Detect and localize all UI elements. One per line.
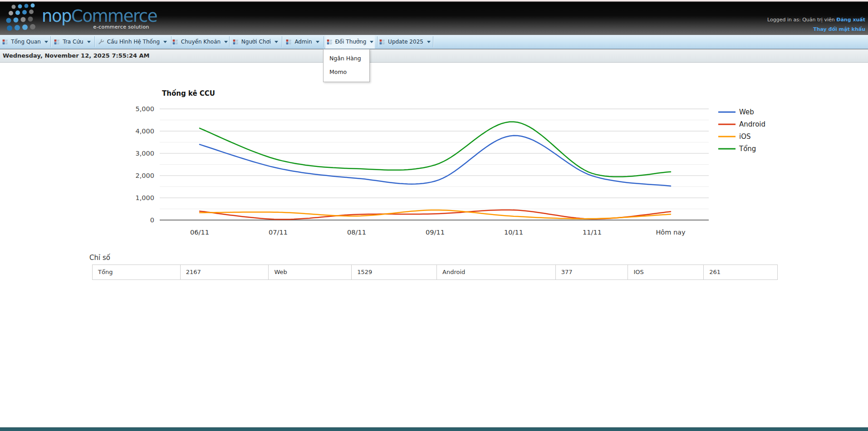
doi-thuong-dropdown: Ngân HàngMomo <box>323 49 370 82</box>
menu-separator <box>282 36 282 47</box>
chevron-down-icon <box>44 41 48 43</box>
menu-item-label: Người Chơi <box>241 39 271 45</box>
list-icon <box>233 39 239 45</box>
chevron-down-icon <box>224 41 228 43</box>
chevron-down-icon <box>316 41 319 43</box>
main-menu-bar: Tổng QuanTra CứuCấu Hình Hệ ThốngChuyển … <box>0 35 868 49</box>
logo-tagline: e-commerce solution <box>42 24 149 30</box>
x-axis-tick-label: 06/11 <box>190 229 209 236</box>
menu-item-update-2025[interactable]: Update 2025 <box>379 35 431 49</box>
menu-item-label: Tổng Quan <box>11 39 41 45</box>
logo-nop: nop <box>42 6 71 26</box>
menu-item-chuyển-khoản[interactable]: Chuyển Khoản <box>173 35 227 49</box>
logo-wordmark: nopCommerce <box>42 6 157 26</box>
chevron-down-icon <box>275 41 278 43</box>
menu-separator <box>377 36 378 47</box>
login-block: Logged in as: Quản trị viên Đăng xuất Th… <box>767 16 865 33</box>
menu-separator <box>324 36 324 47</box>
menu-item-người-chơi[interactable]: Người Chơi <box>231 35 280 49</box>
series-line-tổng <box>200 122 671 176</box>
menu-item-label: Đổi Thưởng <box>335 39 367 45</box>
stats-cell: IOS <box>628 265 704 279</box>
change-password-line: Thay đổi mật khẩu <box>767 26 865 33</box>
legend-label: iOS <box>739 132 751 141</box>
current-datetime: Wednesday, November 12, 2025 7:55:24 AM <box>0 49 868 59</box>
y-axis-tick-label: 1,000 <box>135 194 154 201</box>
menu-item-cấu-hình-hệ-thống[interactable]: Cấu Hình Hệ Thống <box>96 35 169 49</box>
stats-cell: 377 <box>556 265 628 279</box>
x-axis-tick-label: 09/11 <box>426 229 445 236</box>
menu-separator <box>171 36 172 47</box>
stats-cell: 261 <box>704 265 777 279</box>
x-axis-tick-label: 11/11 <box>583 229 602 236</box>
menu-item-label: Chuyển Khoản <box>181 39 221 45</box>
menu-item-label: Update 2025 <box>388 39 423 45</box>
menu-item-label: Tra Cứu <box>63 39 83 45</box>
list-icon <box>379 39 385 45</box>
y-axis-tick-label: 5,000 <box>135 105 154 113</box>
wrench-icon <box>98 39 104 45</box>
top-header: nopCommerce e-commerce solution Logged i… <box>0 0 868 35</box>
menu-item-admin[interactable]: Admin <box>284 35 321 49</box>
y-axis-tick-label: 3,000 <box>135 150 154 157</box>
stats-cell: Web <box>269 265 352 279</box>
menu-separator <box>94 36 95 47</box>
legend-label: Web <box>739 108 754 116</box>
dropdown-item-ngân-hàng[interactable]: Ngân Hàng <box>324 52 369 65</box>
stats-cell: Tổng <box>93 265 181 279</box>
logout-link[interactable]: Đăng xuất <box>836 17 865 23</box>
footer-bar <box>0 427 868 431</box>
change-password-link[interactable]: Thay đổi mật khẩu <box>813 26 865 32</box>
y-axis-tick-label: 2,000 <box>135 172 154 179</box>
menu-item-label: Cấu Hình Hệ Thống <box>107 39 160 45</box>
x-axis-tick-label: Hôm nay <box>656 229 686 236</box>
menu-item-tổng-quan[interactable]: Tổng Quan <box>2 35 48 49</box>
logo-commerce: Commerce <box>71 6 157 26</box>
list-icon <box>172 39 178 45</box>
stats-cell: 1529 <box>352 265 437 279</box>
list-icon <box>286 39 292 45</box>
legend-label: Tổng <box>739 145 756 153</box>
ccu-line-chart: 01,0002,0003,0004,0005,00006/1107/1108/1… <box>0 82 794 245</box>
x-axis-tick-label: 08/11 <box>347 229 366 236</box>
chevron-down-icon <box>370 41 373 43</box>
legend-label: Android <box>739 120 765 128</box>
chevron-down-icon <box>163 41 167 43</box>
stats-cell: Android <box>437 265 556 279</box>
y-axis-tick-label: 4,000 <box>135 127 154 135</box>
menu-item-tra-cứu[interactable]: Tra Cứu <box>53 35 92 49</box>
menu-separator <box>229 36 230 47</box>
list-icon <box>327 39 333 45</box>
x-axis-tick-label: 07/11 <box>269 229 288 236</box>
nopcommerce-dots-logo <box>4 2 39 33</box>
y-axis-tick-label: 0 <box>150 216 154 224</box>
series-line-web <box>200 136 671 186</box>
menu-item-đổi-thưởng[interactable]: Đổi Thưởng <box>325 35 375 49</box>
menu-separator <box>50 36 51 47</box>
menu-separator <box>433 36 433 47</box>
date-bar: Wednesday, November 12, 2025 7:55:24 AM <box>0 49 868 63</box>
logged-in-line: Logged in as: Quản trị viên Đăng xuất <box>767 16 865 23</box>
logged-in-user: Quản trị viên <box>802 17 836 23</box>
stats-title: Chỉ số <box>89 254 110 262</box>
chevron-down-icon <box>427 41 431 43</box>
list-icon <box>2 39 8 45</box>
chevron-down-icon <box>87 41 91 43</box>
menu-item-label: Admin <box>294 39 312 45</box>
page: nopCommerce e-commerce solution Logged i… <box>0 0 868 431</box>
stats-table: Tổng2167Web1529Android377IOS261 <box>92 264 778 280</box>
dropdown-item-momo[interactable]: Momo <box>324 65 369 79</box>
logged-in-prefix: Logged in as: <box>767 17 802 23</box>
stats-cell: 2167 <box>181 265 269 279</box>
list-icon <box>54 39 60 45</box>
x-axis-tick-label: 10/11 <box>504 229 523 236</box>
